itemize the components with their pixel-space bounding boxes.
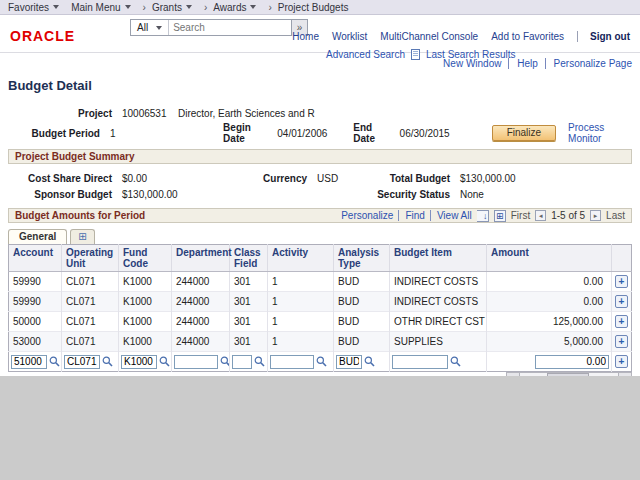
dropdown-arrow-icon — [186, 5, 192, 9]
amount-cell: 0.00 — [487, 292, 612, 312]
table-row: 50000CL071K10002440003011BUDOTHR DIRECT … — [9, 312, 632, 332]
row-range-text: 1-5 of 5 — [551, 210, 585, 221]
breadcrumb-separator-icon: › — [204, 2, 207, 13]
nav-multichannel-console-link[interactable]: MultiChannel Console — [380, 31, 478, 42]
activity-cell: 1 — [268, 272, 334, 292]
budget_item-cell: INDIRECT COSTS — [390, 292, 487, 312]
personalize-link[interactable]: Personalize — [341, 210, 393, 221]
add-row-button[interactable]: + — [615, 295, 628, 308]
table-row: 53000CL071K10002440003011BUDSUPPLIES5,00… — [9, 332, 632, 352]
lookup-icon[interactable] — [364, 356, 375, 367]
nav-home-link[interactable]: Home — [292, 31, 319, 42]
add-row-button[interactable]: + — [615, 275, 628, 288]
view-all-link[interactable]: View All — [430, 210, 472, 221]
breadcrumb-current: Project Budgets — [278, 2, 349, 13]
breadcrumb-favorites[interactable]: Favorites — [8, 2, 59, 13]
grid-edit-row: + — [9, 352, 632, 372]
class-field-input[interactable] — [232, 355, 252, 369]
tab-general[interactable]: General — [8, 229, 67, 244]
last-page-link[interactable]: Last — [606, 210, 625, 221]
process-monitor-link[interactable]: Process Monitor — [568, 122, 632, 144]
last-search-results-link[interactable]: Last Search Results — [426, 49, 516, 60]
department-input[interactable] — [174, 355, 218, 369]
top-navigation: Home Worklist MultiChannel Console Add t… — [292, 31, 630, 42]
lookup-icon[interactable] — [450, 356, 461, 367]
class_field-cell: 301 — [230, 292, 268, 312]
lookup-icon[interactable] — [254, 356, 265, 367]
begin-date-value: 04/01/2006 — [277, 128, 353, 139]
sign-out-link[interactable]: Sign out — [577, 31, 630, 42]
cost-share-direct-value: $0.00 — [112, 173, 255, 184]
column-header-actions — [612, 245, 632, 272]
advanced-search-link[interactable]: Advanced Search — [326, 49, 405, 60]
activity-input[interactable] — [270, 355, 314, 369]
lookup-icon[interactable] — [159, 356, 170, 367]
first-page-link[interactable]: First — [511, 210, 530, 221]
column-header: Budget Item — [390, 245, 487, 272]
scrollbar-track[interactable] — [520, 373, 618, 376]
sponsor-budget-label: Sponsor Budget — [8, 189, 112, 200]
add-row-button[interactable]: + — [615, 335, 628, 348]
column-header: Account — [9, 245, 62, 272]
column-header: Fund Code — [119, 245, 172, 272]
finalize-button[interactable]: Finalize — [492, 125, 556, 141]
column-header: Operating Unit — [62, 245, 119, 272]
summary-section-header: Project Budget Summary — [8, 149, 632, 164]
search-scope-select[interactable]: All — [131, 20, 169, 35]
dropdown-arrow-icon — [53, 5, 59, 9]
budget-period-value: 1 — [110, 128, 223, 139]
grid-horizontal-scrollbar[interactable]: ◂ ▸ — [506, 372, 632, 376]
table-row: 59990CL071K10002440003011BUDINDIRECT COS… — [9, 292, 632, 312]
currency-label: Currency — [255, 173, 307, 184]
end-date-label: End Date — [353, 122, 391, 144]
activity-cell: 1 — [268, 332, 334, 352]
column-header: Activity — [268, 245, 334, 272]
add-row-button[interactable]: + — [615, 355, 628, 368]
lookup-icon[interactable] — [49, 356, 60, 367]
account-cell: 59990 — [9, 272, 62, 292]
breadcrumb-main-menu[interactable]: Main Menu — [71, 2, 130, 13]
lookup-icon[interactable] — [220, 356, 230, 367]
find-link[interactable]: Find — [398, 210, 424, 221]
personalize-page-link[interactable]: Personalize Page — [545, 58, 632, 69]
total-budget-value: $130,000.00 — [450, 173, 632, 184]
fund-code-input[interactable] — [121, 355, 157, 369]
scrollbar-thumb[interactable] — [547, 373, 588, 376]
search-input[interactable] — [169, 21, 291, 35]
breadcrumb-separator-icon: › — [268, 2, 271, 13]
summary-fields: Cost Share Direct $0.00 Currency USD Tot… — [8, 173, 632, 200]
account-input[interactable] — [11, 355, 47, 369]
scroll-right-icon[interactable]: ▸ — [618, 373, 631, 376]
lookup-icon[interactable] — [316, 356, 327, 367]
column-header: Amount — [487, 245, 612, 272]
operating-unit-input[interactable] — [64, 355, 100, 369]
operating_unit-cell: CL071 — [62, 292, 119, 312]
breadcrumb-current-label: Project Budgets — [278, 2, 349, 13]
lookup-icon[interactable] — [102, 356, 113, 367]
amount-cell: 0.00 — [487, 272, 612, 292]
budget-item-input[interactable] — [392, 355, 448, 369]
grid-layout-icon[interactable]: ⊞ — [494, 210, 506, 222]
nav-add-to-favorites-link[interactable]: Add to Favorites — [491, 31, 564, 42]
add-row-button[interactable]: + — [615, 315, 628, 328]
next-page-icon[interactable]: ▸ — [590, 210, 601, 221]
budget-period-label: Budget Period — [8, 128, 100, 139]
column-header: Analysis Type — [334, 245, 390, 272]
download-icon[interactable]: ↓ — [477, 210, 489, 222]
breadcrumb-main-menu-label: Main Menu — [71, 2, 120, 13]
previous-page-icon[interactable]: ◂ — [535, 210, 546, 221]
nav-worklist-link[interactable]: Worklist — [332, 31, 367, 42]
fund_code-cell: K1000 — [119, 292, 172, 312]
analysis-type-input[interactable] — [336, 355, 362, 369]
account-cell: 53000 — [9, 332, 62, 352]
project-id-value: 10006531 — [122, 108, 178, 119]
analysis_type-cell: BUD — [334, 312, 390, 332]
breadcrumb-grants[interactable]: Grants — [152, 2, 192, 13]
show-all-columns-tab[interactable]: ⊞ — [70, 229, 94, 244]
end-date-value: 06/30/2015 — [400, 128, 476, 139]
scroll-left-icon[interactable]: ◂ — [507, 373, 520, 376]
dropdown-arrow-icon — [125, 5, 131, 9]
amount-input[interactable] — [535, 355, 609, 369]
breadcrumb-awards[interactable]: Awards — [213, 2, 256, 13]
amount-cell: 5,000.00 — [487, 332, 612, 352]
